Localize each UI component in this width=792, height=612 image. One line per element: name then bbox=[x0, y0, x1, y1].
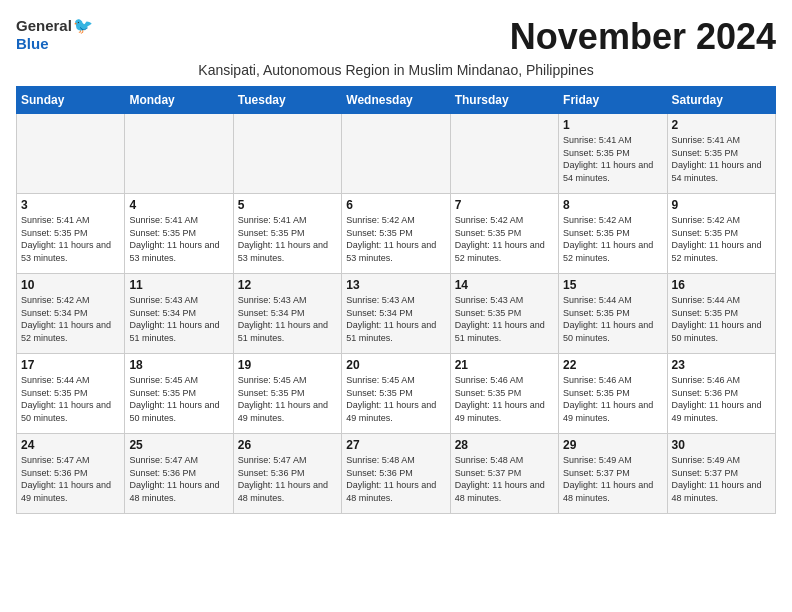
calendar-cell: 3Sunrise: 5:41 AMSunset: 5:35 PMDaylight… bbox=[17, 194, 125, 274]
calendar-cell bbox=[233, 114, 341, 194]
weekday-header-sunday: Sunday bbox=[17, 87, 125, 114]
day-info: Sunrise: 5:45 AMSunset: 5:35 PMDaylight:… bbox=[238, 374, 337, 424]
calendar-cell: 12Sunrise: 5:43 AMSunset: 5:34 PMDayligh… bbox=[233, 274, 341, 354]
calendar-cell: 18Sunrise: 5:45 AMSunset: 5:35 PMDayligh… bbox=[125, 354, 233, 434]
day-number: 28 bbox=[455, 438, 554, 452]
day-info: Sunrise: 5:42 AMSunset: 5:35 PMDaylight:… bbox=[455, 214, 554, 264]
day-number: 18 bbox=[129, 358, 228, 372]
day-info: Sunrise: 5:46 AMSunset: 5:35 PMDaylight:… bbox=[563, 374, 662, 424]
calendar-cell bbox=[450, 114, 558, 194]
day-number: 26 bbox=[238, 438, 337, 452]
weekday-header-wednesday: Wednesday bbox=[342, 87, 450, 114]
day-info: Sunrise: 5:49 AMSunset: 5:37 PMDaylight:… bbox=[672, 454, 771, 504]
day-info: Sunrise: 5:41 AMSunset: 5:35 PMDaylight:… bbox=[238, 214, 337, 264]
day-number: 24 bbox=[21, 438, 120, 452]
day-info: Sunrise: 5:47 AMSunset: 5:36 PMDaylight:… bbox=[238, 454, 337, 504]
page-header: General 🐦 Blue November 2024 bbox=[16, 16, 776, 58]
logo-general-text: General bbox=[16, 17, 72, 34]
weekday-header-row: SundayMondayTuesdayWednesdayThursdayFrid… bbox=[17, 87, 776, 114]
calendar-cell: 17Sunrise: 5:44 AMSunset: 5:35 PMDayligh… bbox=[17, 354, 125, 434]
weekday-header-saturday: Saturday bbox=[667, 87, 775, 114]
calendar-week-row: 10Sunrise: 5:42 AMSunset: 5:34 PMDayligh… bbox=[17, 274, 776, 354]
day-number: 23 bbox=[672, 358, 771, 372]
day-info: Sunrise: 5:49 AMSunset: 5:37 PMDaylight:… bbox=[563, 454, 662, 504]
calendar-week-row: 24Sunrise: 5:47 AMSunset: 5:36 PMDayligh… bbox=[17, 434, 776, 514]
day-number: 8 bbox=[563, 198, 662, 212]
day-number: 22 bbox=[563, 358, 662, 372]
day-info: Sunrise: 5:41 AMSunset: 5:35 PMDaylight:… bbox=[129, 214, 228, 264]
day-number: 27 bbox=[346, 438, 445, 452]
calendar-cell: 20Sunrise: 5:45 AMSunset: 5:35 PMDayligh… bbox=[342, 354, 450, 434]
calendar-cell: 30Sunrise: 5:49 AMSunset: 5:37 PMDayligh… bbox=[667, 434, 775, 514]
calendar-cell bbox=[125, 114, 233, 194]
calendar-cell: 2Sunrise: 5:41 AMSunset: 5:35 PMDaylight… bbox=[667, 114, 775, 194]
day-number: 16 bbox=[672, 278, 771, 292]
day-info: Sunrise: 5:41 AMSunset: 5:35 PMDaylight:… bbox=[563, 134, 662, 184]
calendar-cell: 6Sunrise: 5:42 AMSunset: 5:35 PMDaylight… bbox=[342, 194, 450, 274]
calendar-cell: 10Sunrise: 5:42 AMSunset: 5:34 PMDayligh… bbox=[17, 274, 125, 354]
calendar-cell: 24Sunrise: 5:47 AMSunset: 5:36 PMDayligh… bbox=[17, 434, 125, 514]
day-info: Sunrise: 5:42 AMSunset: 5:35 PMDaylight:… bbox=[563, 214, 662, 264]
calendar-cell: 15Sunrise: 5:44 AMSunset: 5:35 PMDayligh… bbox=[559, 274, 667, 354]
calendar-cell: 19Sunrise: 5:45 AMSunset: 5:35 PMDayligh… bbox=[233, 354, 341, 434]
calendar-cell: 23Sunrise: 5:46 AMSunset: 5:36 PMDayligh… bbox=[667, 354, 775, 434]
calendar-cell: 27Sunrise: 5:48 AMSunset: 5:36 PMDayligh… bbox=[342, 434, 450, 514]
calendar-table: SundayMondayTuesdayWednesdayThursdayFrid… bbox=[16, 86, 776, 514]
day-info: Sunrise: 5:48 AMSunset: 5:36 PMDaylight:… bbox=[346, 454, 445, 504]
calendar-cell: 29Sunrise: 5:49 AMSunset: 5:37 PMDayligh… bbox=[559, 434, 667, 514]
day-info: Sunrise: 5:47 AMSunset: 5:36 PMDaylight:… bbox=[21, 454, 120, 504]
day-info: Sunrise: 5:42 AMSunset: 5:35 PMDaylight:… bbox=[346, 214, 445, 264]
day-number: 10 bbox=[21, 278, 120, 292]
day-info: Sunrise: 5:43 AMSunset: 5:34 PMDaylight:… bbox=[238, 294, 337, 344]
calendar-subtitle: Kansipati, Autonomous Region in Muslim M… bbox=[16, 62, 776, 78]
day-info: Sunrise: 5:43 AMSunset: 5:34 PMDaylight:… bbox=[129, 294, 228, 344]
day-number: 1 bbox=[563, 118, 662, 132]
day-info: Sunrise: 5:42 AMSunset: 5:35 PMDaylight:… bbox=[672, 214, 771, 264]
day-number: 9 bbox=[672, 198, 771, 212]
day-info: Sunrise: 5:47 AMSunset: 5:36 PMDaylight:… bbox=[129, 454, 228, 504]
day-info: Sunrise: 5:48 AMSunset: 5:37 PMDaylight:… bbox=[455, 454, 554, 504]
day-number: 5 bbox=[238, 198, 337, 212]
weekday-header-monday: Monday bbox=[125, 87, 233, 114]
weekday-header-friday: Friday bbox=[559, 87, 667, 114]
calendar-cell: 25Sunrise: 5:47 AMSunset: 5:36 PMDayligh… bbox=[125, 434, 233, 514]
logo-bird-icon: 🐦 bbox=[73, 16, 93, 35]
day-number: 14 bbox=[455, 278, 554, 292]
day-number: 29 bbox=[563, 438, 662, 452]
day-number: 20 bbox=[346, 358, 445, 372]
day-number: 6 bbox=[346, 198, 445, 212]
calendar-cell: 21Sunrise: 5:46 AMSunset: 5:35 PMDayligh… bbox=[450, 354, 558, 434]
calendar-cell: 13Sunrise: 5:43 AMSunset: 5:34 PMDayligh… bbox=[342, 274, 450, 354]
calendar-cell: 4Sunrise: 5:41 AMSunset: 5:35 PMDaylight… bbox=[125, 194, 233, 274]
calendar-cell: 9Sunrise: 5:42 AMSunset: 5:35 PMDaylight… bbox=[667, 194, 775, 274]
calendar-cell: 28Sunrise: 5:48 AMSunset: 5:37 PMDayligh… bbox=[450, 434, 558, 514]
calendar-week-row: 1Sunrise: 5:41 AMSunset: 5:35 PMDaylight… bbox=[17, 114, 776, 194]
logo-blue-text: Blue bbox=[16, 35, 49, 52]
calendar-cell: 8Sunrise: 5:42 AMSunset: 5:35 PMDaylight… bbox=[559, 194, 667, 274]
day-number: 3 bbox=[21, 198, 120, 212]
day-info: Sunrise: 5:44 AMSunset: 5:35 PMDaylight:… bbox=[563, 294, 662, 344]
day-info: Sunrise: 5:46 AMSunset: 5:36 PMDaylight:… bbox=[672, 374, 771, 424]
day-number: 11 bbox=[129, 278, 228, 292]
logo: General 🐦 Blue bbox=[16, 16, 93, 53]
day-info: Sunrise: 5:45 AMSunset: 5:35 PMDaylight:… bbox=[129, 374, 228, 424]
day-info: Sunrise: 5:41 AMSunset: 5:35 PMDaylight:… bbox=[672, 134, 771, 184]
day-number: 13 bbox=[346, 278, 445, 292]
calendar-cell: 11Sunrise: 5:43 AMSunset: 5:34 PMDayligh… bbox=[125, 274, 233, 354]
day-info: Sunrise: 5:45 AMSunset: 5:35 PMDaylight:… bbox=[346, 374, 445, 424]
day-number: 2 bbox=[672, 118, 771, 132]
day-number: 19 bbox=[238, 358, 337, 372]
day-number: 25 bbox=[129, 438, 228, 452]
calendar-cell: 26Sunrise: 5:47 AMSunset: 5:36 PMDayligh… bbox=[233, 434, 341, 514]
day-number: 21 bbox=[455, 358, 554, 372]
day-number: 4 bbox=[129, 198, 228, 212]
day-number: 17 bbox=[21, 358, 120, 372]
day-info: Sunrise: 5:41 AMSunset: 5:35 PMDaylight:… bbox=[21, 214, 120, 264]
calendar-week-row: 3Sunrise: 5:41 AMSunset: 5:35 PMDaylight… bbox=[17, 194, 776, 274]
calendar-cell bbox=[17, 114, 125, 194]
calendar-cell: 5Sunrise: 5:41 AMSunset: 5:35 PMDaylight… bbox=[233, 194, 341, 274]
day-number: 12 bbox=[238, 278, 337, 292]
day-info: Sunrise: 5:46 AMSunset: 5:35 PMDaylight:… bbox=[455, 374, 554, 424]
day-number: 15 bbox=[563, 278, 662, 292]
calendar-week-row: 17Sunrise: 5:44 AMSunset: 5:35 PMDayligh… bbox=[17, 354, 776, 434]
